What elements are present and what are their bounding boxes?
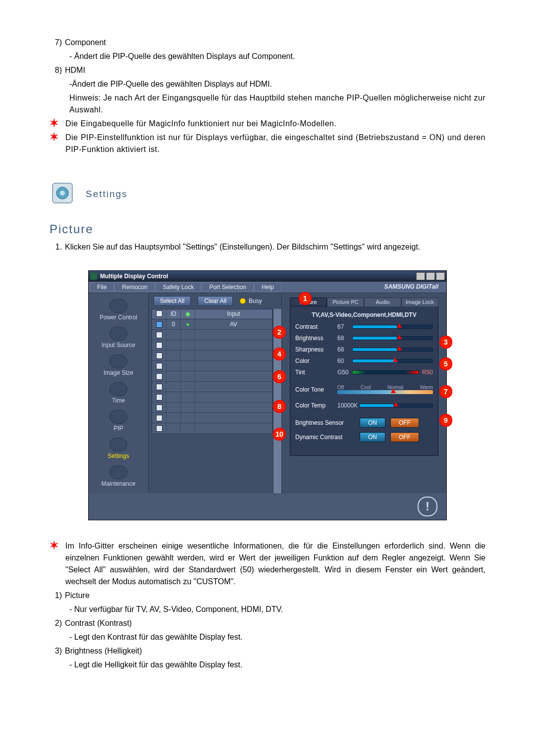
sidebar-item-input[interactable]: Input Source [89, 324, 148, 352]
brand-label: SAMSUNG DIGITall [377, 282, 445, 292]
titlebar[interactable]: Multiple Display Control [89, 271, 446, 282]
tint-slider[interactable] [352, 370, 419, 374]
app-window: Multiple Display Control File Remocon Sa… [88, 270, 447, 520]
brightness-sensor-off[interactable]: OFF [390, 418, 419, 428]
list-item-desc: - Nur verfügbar für TV, AV, S-Video, Com… [69, 604, 485, 615]
brightness-slider[interactable] [352, 336, 433, 340]
grid-row[interactable]: 0●AV [152, 319, 273, 330]
status-icon: ● [181, 319, 195, 329]
note: ✶Im Info-Gitter erscheinen einige wesent… [50, 540, 485, 588]
svg-point-2 [60, 191, 65, 196]
status-icon: ◉ [181, 309, 195, 319]
color-temp-slider[interactable] [359, 403, 433, 407]
list-item: 1.Klicken Sie auf das Hauptsymbol "Setti… [50, 241, 485, 253]
list-item-desc: - Legt die Helligkeit für das gewählte D… [69, 659, 485, 671]
list-item: 7)Component [50, 37, 485, 49]
settings-panel: Picture Picture PC Audio Image Lock TV,A… [282, 293, 446, 493]
note: ✶Die Eingabequelle für MagicInfo funktio… [50, 118, 485, 130]
brightness-sensor-on[interactable]: ON [360, 418, 385, 428]
callout-8: 8 [273, 400, 286, 413]
dynamic-contrast-off[interactable]: OFF [390, 432, 419, 442]
list-item-desc: - Ändert die PIP-Quelle des gewählten Di… [69, 50, 485, 62]
app-icon [90, 273, 97, 280]
toolbar: Select All Clear All Busy [149, 293, 281, 309]
star-icon: ✶ [50, 540, 58, 551]
checkbox-icon[interactable]: ✓ [156, 310, 162, 317]
list-item: 8)HDMI [50, 64, 485, 76]
alert-icon: ! [418, 497, 437, 516]
callout-3: 3 [439, 336, 452, 349]
settings-title: Settings [86, 189, 128, 200]
sidebar-item-power[interactable]: Power Control [89, 296, 148, 324]
close-button[interactable] [436, 272, 445, 280]
callout-1: 1 [299, 292, 312, 305]
section-heading: Settings [50, 180, 485, 207]
callout-6: 6 [273, 370, 286, 383]
busy-indicator: Busy [240, 298, 262, 304]
callout-2: 2 [273, 326, 286, 339]
tab-picture-pc[interactable]: Picture PC [327, 298, 364, 306]
list-item: 1)Picture [50, 590, 485, 602]
callout-9: 9 [439, 414, 452, 427]
callout-7: 7 [439, 385, 452, 398]
list-item-desc: -Ändert die PIP-Quelle des gewählten Dis… [69, 78, 485, 90]
tab-subtitle: TV,AV,S-Video,Component,HDMI,DTV [295, 311, 433, 318]
menu-file[interactable]: File [90, 282, 114, 292]
sidebar-item-time[interactable]: Time [89, 379, 148, 407]
callout-10: 10 [273, 428, 286, 441]
callout-4: 4 [273, 348, 286, 360]
checkbox-icon[interactable] [156, 321, 162, 328]
subsection-title: Picture [50, 222, 485, 236]
tabs: Picture Picture PC Audio Image Lock [290, 297, 438, 306]
menu-port-selection[interactable]: Port Selection [202, 282, 254, 292]
sidebar-item-image-size[interactable]: Image Size [89, 352, 148, 379]
sidebar-item-pip[interactable]: PIP [89, 407, 148, 435]
callout-5: 5 [439, 357, 452, 370]
busy-icon [240, 298, 246, 304]
display-grid: ✓ID◉Input 0●AV [149, 309, 273, 493]
sidebar-item-settings[interactable]: Settings [89, 435, 148, 462]
note: ✶Die PIP-Einstellfunktion ist nur für Di… [50, 132, 485, 155]
grid-header: ✓ID◉Input [152, 309, 273, 319]
settings-icon [50, 180, 77, 207]
select-all-button[interactable]: Select All [154, 296, 191, 306]
contrast-slider[interactable] [352, 325, 433, 329]
menu-remocon[interactable]: Remocon [114, 282, 155, 292]
list-item: 2)Contrast (Kontrast) [50, 617, 485, 629]
star-icon: ✶ [50, 132, 58, 143]
window-title: Multiple Display Control [100, 273, 168, 280]
menu-safety-lock[interactable]: Safety Lock [156, 282, 202, 292]
menubar: File Remocon Safety Lock Port Selection … [89, 282, 446, 293]
minimize-button[interactable] [416, 272, 425, 280]
list-item-desc: - Legt den Kontrast für das gewählte Dis… [69, 631, 485, 643]
maximize-button[interactable] [426, 272, 435, 280]
color-slider[interactable] [352, 359, 433, 363]
list-item-hint: Hinweis: Je nach Art der Eingangsquelle … [69, 92, 485, 116]
star-icon: ✶ [50, 118, 58, 129]
color-tone-slider[interactable] [337, 390, 433, 394]
menu-help[interactable]: Help [254, 282, 281, 292]
list-item: 3)Brightness (Helligkeit) [50, 645, 485, 657]
clear-all-button[interactable]: Clear All [198, 296, 233, 306]
sidebar: Power Control Input Source Image Size Ti… [89, 293, 149, 493]
app-footer: ! [89, 493, 446, 520]
sharpness-slider[interactable] [352, 348, 433, 352]
dynamic-contrast-on[interactable]: ON [360, 432, 385, 442]
tab-audio[interactable]: Audio [364, 298, 401, 306]
tab-image-lock[interactable]: Image Lock [401, 298, 438, 306]
sidebar-item-maintenance[interactable]: Maintenance [89, 462, 148, 490]
